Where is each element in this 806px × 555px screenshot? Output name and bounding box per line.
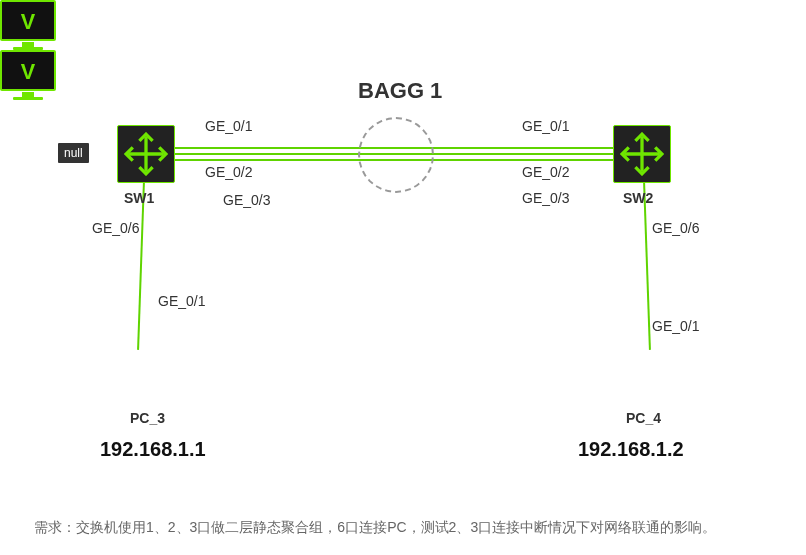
port-pc3-ge01: GE_0/1 [158, 293, 205, 309]
switch-sw2[interactable] [613, 125, 671, 183]
port-pc4-ge01: GE_0/1 [652, 318, 699, 334]
pc-screen: V [0, 0, 56, 41]
port-sw2-ge01: GE_0/1 [522, 118, 569, 134]
port-sw1-ge02: GE_0/2 [205, 164, 252, 180]
pc-pc3[interactable]: V [0, 0, 56, 50]
sw1-label: SW1 [124, 190, 154, 206]
pc3-ip: 192.168.1.1 [100, 438, 206, 461]
requirement-text: 需求：交换机使用1、2、3口做二层静态聚合组，6口连接PC，测试2、3口连接中断… [34, 519, 716, 537]
pc4-ip: 192.168.1.2 [578, 438, 684, 461]
switch-icon [620, 132, 664, 176]
port-sw2-ge02: GE_0/2 [522, 164, 569, 180]
port-sw1-ge01: GE_0/1 [205, 118, 252, 134]
pc4-label: PC_4 [626, 410, 661, 426]
pc3-label: PC_3 [130, 410, 165, 426]
pc-v-icon: V [15, 58, 41, 84]
switch-sw1[interactable] [117, 125, 175, 183]
bagg-circle-icon [358, 117, 434, 193]
svg-text:V: V [21, 58, 36, 83]
svg-text:V: V [21, 8, 36, 33]
pc-screen: V [0, 50, 56, 91]
pc-v-icon: V [15, 8, 41, 34]
port-sw1-ge06: GE_0/6 [92, 220, 139, 236]
null-label: null [58, 143, 89, 163]
sw2-label: SW2 [623, 190, 653, 206]
diagram-canvas: BAGG 1 null SW1 [0, 0, 806, 555]
port-sw2-ge03: GE_0/3 [522, 190, 569, 206]
switch-icon [124, 132, 168, 176]
port-sw1-ge03: GE_0/3 [223, 192, 270, 208]
pc-base [13, 97, 43, 100]
bagg-title: BAGG 1 [358, 78, 442, 104]
port-sw2-ge06: GE_0/6 [652, 220, 699, 236]
pc-pc4[interactable]: V [0, 50, 56, 100]
